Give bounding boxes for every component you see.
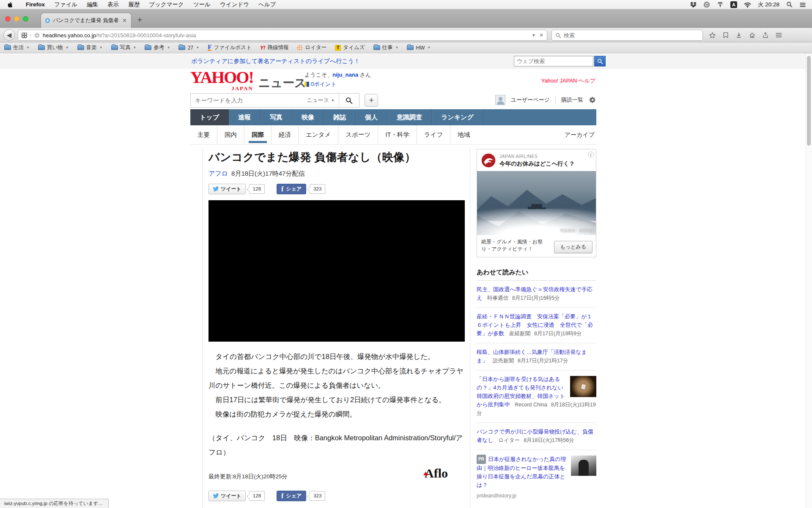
bookmark-folder-27[interactable]: 27▼ — [178, 45, 199, 51]
share-count[interactable]: 323 — [310, 491, 325, 501]
menu-file[interactable]: ファイル — [49, 1, 82, 8]
recommend-heading: あわせて読みたい — [477, 268, 596, 281]
tweet-count[interactable]: 128 — [249, 184, 265, 194]
subnav-region[interactable]: 地域 — [450, 125, 477, 144]
url-dropdown-icon[interactable]: ▾ — [532, 32, 535, 38]
chevron-down-icon: ▼ — [26, 46, 30, 50]
bookmark-folder-hw[interactable]: HW▼ — [407, 45, 431, 51]
window-minimize-button[interactable] — [14, 16, 19, 22]
bookmark-star-icon[interactable] — [709, 32, 716, 39]
window-close-button[interactable] — [5, 16, 11, 22]
nav-tab-magazine[interactable]: 雑誌 — [324, 109, 356, 125]
nav-tab-top[interactable]: トップ — [190, 109, 229, 125]
subnav-entertainment[interactable]: エンタメ — [298, 125, 338, 144]
menu-help[interactable]: ヘルプ — [254, 1, 280, 8]
browser-search-bar[interactable] — [551, 30, 703, 41]
new-tab-button[interactable]: + — [137, 15, 142, 25]
bookmark-transit[interactable]: Y!路線情報 — [260, 44, 289, 51]
downloads-icon[interactable] — [735, 32, 742, 39]
wifi-icon[interactable] — [744, 1, 751, 8]
stop-icon[interactable]: ✕ — [539, 32, 543, 38]
browser-search-input[interactable] — [564, 32, 699, 39]
notification-center-icon[interactable] — [799, 1, 806, 8]
bookmark-folder-music[interactable]: 音楽▼ — [77, 44, 103, 51]
subnav-sports[interactable]: スポーツ — [338, 125, 378, 144]
input-source-icon[interactable]: A — [730, 1, 737, 8]
bookmark-folder-reference[interactable]: 参考▼ — [145, 44, 170, 51]
nav-tab-ranking[interactable]: ランキング — [432, 109, 483, 125]
yahoo-help-link[interactable]: Yahoo! JAPAN ヘルプ — [541, 77, 595, 85]
jal-tagline: 絶景・グルメ・風情・お祭り・アクティビティ！ — [481, 238, 552, 253]
username-link[interactable]: niju_nana — [332, 72, 358, 78]
promo-link[interactable]: ボランティアに参加して著名アーティストのライブへ行こう！ — [191, 58, 360, 65]
jal-more-button[interactable]: もっとみる — [554, 241, 593, 253]
url-bar[interactable]: › headlines.yahoo.co.jp/hl?a=20150818-00… — [18, 30, 547, 41]
bookmark-times[interactable]: Tタイムズ — [335, 44, 365, 51]
scrollbar-thumb[interactable] — [807, 56, 811, 146]
share-count[interactable]: 323 — [310, 184, 325, 194]
bookmark-folder-work[interactable]: 仕事▼ — [373, 44, 399, 51]
yahoo-logo[interactable]: YAHOO! JAPAN ニュース — [190, 70, 307, 92]
ad-info-icon[interactable]: i — [588, 152, 594, 157]
nav-tab-video[interactable]: 映像 — [292, 109, 324, 125]
nav-tab-poll[interactable]: 意識調査 — [387, 109, 432, 125]
bookmark-folder-photo[interactable]: 写真▼ — [111, 44, 137, 51]
spotlight-icon[interactable] — [786, 1, 793, 8]
nav-tab-personal[interactable]: 個人 — [356, 109, 387, 125]
share-icon[interactable] — [762, 32, 769, 39]
menu-hamburger-icon[interactable] — [775, 32, 782, 38]
tweet-button[interactable]: ツイート — [208, 184, 246, 194]
nav-tab-breaking[interactable]: 速報 — [229, 109, 261, 125]
facebook-share-button[interactable]: f シェア — [277, 491, 306, 501]
article-source-link[interactable]: アフロ — [208, 170, 228, 177]
bookmark-filepost[interactable]: Fファイルポスト — [208, 44, 252, 51]
creative-cloud-icon[interactable] — [703, 1, 710, 8]
subnav-it-science[interactable]: IT・科学 — [378, 125, 416, 144]
facebook-share-button[interactable]: f シェア — [277, 184, 306, 194]
jal-ad-card[interactable]: i JAPAN AIRLINES 今年のお休みはどこへ行く？ 写真提供：吉田利栄… — [477, 149, 596, 257]
nav-tab-photo[interactable]: 写真 — [261, 109, 292, 125]
keyword-search-button[interactable] — [339, 94, 359, 107]
menu-tools[interactable]: ツール — [189, 1, 215, 8]
bookmark-reuters[interactable]: ロイター — [297, 44, 326, 51]
subnav-international[interactable]: 国際 — [244, 125, 271, 144]
menu-view[interactable]: 表示 — [103, 1, 123, 8]
bookmarks-panel-icon[interactable] — [722, 32, 729, 39]
gear-icon[interactable] — [589, 96, 596, 104]
menu-window[interactable]: ウインドウ — [215, 1, 254, 8]
scrollbar-track[interactable] — [806, 53, 812, 508]
bookmark-folder-life[interactable]: 生活▼ — [4, 44, 30, 51]
search-scope-dropdown[interactable]: ニュース▼ — [302, 94, 339, 107]
hotspot-icon[interactable] — [717, 1, 724, 8]
bookmark-folder-shopping[interactable]: 買い物▼ — [38, 44, 69, 51]
subnav-main[interactable]: 主要 — [190, 125, 217, 144]
subnav-domestic[interactable]: 国内 — [217, 125, 244, 144]
subscriptions-link[interactable]: 購読一覧 — [561, 96, 583, 104]
apple-icon[interactable] — [8, 1, 14, 8]
tab-close-icon[interactable]: ✕ — [122, 17, 127, 24]
browser-tab[interactable]: バンコクでまた爆発 負傷者... ✕ — [41, 13, 132, 28]
window-zoom-button[interactable] — [23, 16, 28, 22]
subnav-economy[interactable]: 経済 — [271, 125, 298, 144]
points-link[interactable]: 0ポイント — [311, 80, 336, 88]
archive-link[interactable]: アーカイブ — [565, 125, 595, 144]
menu-edit[interactable]: 編集 — [82, 1, 103, 8]
menubar-clock[interactable]: 火 20:28 — [758, 1, 779, 8]
video-player[interactable] — [208, 200, 465, 342]
menu-bookmarks[interactable]: ブックマーク — [144, 1, 189, 8]
tweet-button[interactable]: ツイート — [208, 491, 246, 501]
dropbox-icon[interactable] — [690, 1, 697, 8]
pr-link[interactable]: 日本が征服されなかった真の理由｜明治維新のヒーロー坂本龍馬を操り日本征服を企んだ… — [477, 456, 566, 488]
web-search-button[interactable] — [594, 56, 606, 66]
jal-brand: JAPAN AIRLINES — [499, 154, 575, 159]
keyword-search-input[interactable] — [191, 94, 302, 107]
userpage-link[interactable]: ユーザーページ — [511, 96, 550, 104]
web-search-input[interactable] — [514, 56, 593, 66]
back-button[interactable]: ◀ — [3, 29, 15, 41]
menu-firefox[interactable]: Firefox — [21, 1, 49, 8]
tweet-count[interactable]: 128 — [249, 491, 265, 501]
home-icon[interactable] — [749, 32, 756, 39]
subnav-life[interactable]: ライフ — [417, 125, 450, 144]
menu-history[interactable]: 履歴 — [123, 1, 144, 8]
add-search-button[interactable]: + — [365, 94, 378, 107]
